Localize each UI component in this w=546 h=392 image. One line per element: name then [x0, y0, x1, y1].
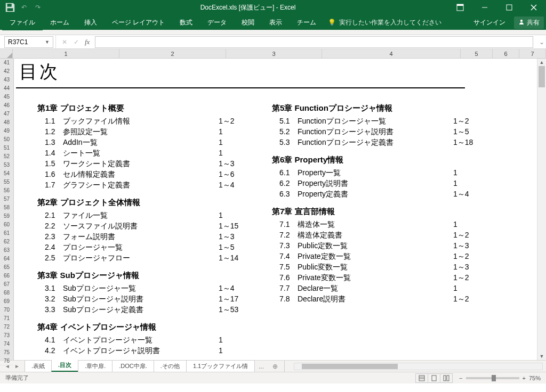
row-header[interactable]: 75	[0, 348, 13, 357]
hscroll-thumb[interactable]	[302, 364, 398, 369]
maximize-icon[interactable]	[497, 0, 521, 15]
worksheet-area: 4142434445464748495051525354555657585960…	[0, 59, 546, 360]
row-header[interactable]: 44	[0, 84, 13, 93]
tab-review[interactable]: 校閲	[234, 15, 262, 30]
tab-data[interactable]: データ	[200, 15, 234, 30]
row-header[interactable]: 45	[0, 93, 13, 101]
row-header[interactable]: 74	[0, 340, 13, 348]
row-header[interactable]: 56	[0, 186, 13, 195]
row-header[interactable]: 58	[0, 203, 13, 212]
select-all-triangle[interactable]	[0, 49, 13, 58]
row-header[interactable]: 66	[0, 272, 13, 280]
row-header[interactable]: 73	[0, 331, 13, 340]
row-header[interactable]: 72	[0, 323, 13, 331]
formula-input[interactable]	[95, 36, 533, 48]
column-header[interactable]: 5	[461, 49, 493, 58]
sheet-tab[interactable]: .DOC中扉.	[112, 360, 154, 372]
enter-icon[interactable]: ✓	[71, 38, 82, 46]
row-header[interactable]: 46	[0, 101, 13, 110]
sheet-tab[interactable]: 1.1ブックファイル情	[186, 360, 255, 372]
scroll-down-icon[interactable]: ▼	[537, 353, 546, 360]
sheet-tab[interactable]: .章中扉.	[78, 360, 113, 372]
zoom-in-icon[interactable]: +	[523, 375, 526, 381]
zoom-value[interactable]: 75%	[529, 375, 541, 381]
row-header[interactable]: 63	[0, 246, 13, 255]
zoom-out-icon[interactable]: −	[459, 375, 462, 381]
tab-file[interactable]: ファイル	[2, 15, 43, 30]
row-header[interactable]: 65	[0, 263, 13, 272]
view-page-break-icon[interactable]	[440, 373, 453, 383]
cancel-icon[interactable]: ✕	[59, 38, 70, 46]
signin-link[interactable]: サインイン	[469, 16, 510, 29]
share-button[interactable]: 共有	[514, 17, 544, 29]
row-header[interactable]: 42	[0, 67, 13, 76]
row-header[interactable]: 60	[0, 220, 13, 229]
row-header[interactable]: 43	[0, 76, 13, 84]
row-header[interactable]: 48	[0, 118, 13, 127]
undo-icon[interactable]: ↶	[18, 2, 30, 13]
toc-entry-pages: 1～5	[219, 242, 251, 252]
column-header[interactable]: 3	[226, 49, 322, 58]
vertical-scrollbar[interactable]: ▲ ▼	[537, 59, 546, 360]
chevron-down-icon[interactable]: ▼	[45, 39, 50, 45]
sheet-tab[interactable]: .目次	[51, 359, 78, 372]
row-header[interactable]: 71	[0, 314, 13, 323]
toc-entry-pages: 1～2	[453, 116, 485, 126]
new-sheet-icon[interactable]: ⊕	[268, 361, 282, 372]
close-icon[interactable]	[521, 0, 546, 15]
view-normal-icon[interactable]	[415, 373, 428, 383]
tab-home[interactable]: ホーム	[43, 15, 77, 30]
row-header[interactable]: 61	[0, 229, 13, 238]
row-header[interactable]: 51	[0, 144, 13, 152]
tab-view[interactable]: 表示	[262, 15, 290, 30]
row-header[interactable]: 68	[0, 289, 13, 297]
sheet-tabs-more[interactable]: ...	[254, 361, 268, 372]
ribbon-display-icon[interactable]	[448, 0, 472, 15]
formula-expand-icon[interactable]: ⌄	[537, 38, 546, 46]
row-header[interactable]: 69	[0, 297, 13, 306]
row-header[interactable]: 54	[0, 169, 13, 178]
tab-team[interactable]: チーム	[290, 15, 324, 30]
view-page-layout-icon[interactable]	[428, 373, 440, 383]
column-header[interactable]: 1	[13, 49, 119, 58]
row-header[interactable]: 49	[0, 127, 13, 135]
toc-entry-text: Declare一覧	[298, 283, 453, 293]
row-header[interactable]: 53	[0, 161, 13, 169]
splitter[interactable]	[284, 361, 288, 372]
column-header[interactable]: 6	[493, 49, 519, 58]
row-header[interactable]: 76	[0, 357, 13, 365]
sheet-nav-prev-icon[interactable]: ►	[13, 363, 21, 369]
row-header[interactable]: 57	[0, 195, 13, 203]
redo-icon[interactable]: ↷	[32, 2, 44, 13]
row-header[interactable]: 62	[0, 238, 13, 246]
row-header[interactable]: 67	[0, 280, 13, 289]
tab-insert[interactable]: 挿入	[77, 15, 105, 30]
tab-page-layout[interactable]: ページ レイアウト	[105, 15, 172, 30]
name-box[interactable]: R37C1 ▼	[4, 36, 53, 48]
zoom-slider[interactable]	[466, 377, 519, 379]
sheet-tab[interactable]: .その他	[154, 360, 187, 372]
row-header[interactable]: 59	[0, 212, 13, 220]
row-header[interactable]: 55	[0, 178, 13, 186]
save-icon[interactable]	[4, 2, 16, 13]
row-header[interactable]: 41	[0, 59, 13, 67]
minimize-icon[interactable]	[472, 0, 497, 15]
toc-entry-text: Private定数一覧	[298, 251, 453, 262]
cell-grid[interactable]: 目次 第1章 プロジェクト概要1.1ブックファイル情報1～21.2参照設定一覧1…	[14, 59, 546, 360]
zoom-thumb[interactable]	[492, 375, 496, 381]
row-header[interactable]: 50	[0, 135, 13, 144]
sheet-tab[interactable]: .表紙	[25, 360, 52, 372]
row-header[interactable]: 64	[0, 255, 13, 263]
horizontal-scrollbar[interactable]	[294, 363, 543, 370]
column-header[interactable]: 4	[322, 49, 461, 58]
column-header[interactable]: 7	[519, 49, 546, 58]
tell-me-search[interactable]: 💡 実行したい作業を入力してください	[328, 18, 441, 27]
fx-icon[interactable]: fx	[83, 38, 92, 46]
row-header[interactable]: 70	[0, 306, 13, 314]
tab-formulas[interactable]: 数式	[172, 15, 200, 30]
row-header[interactable]: 47	[0, 110, 13, 118]
scroll-thumb[interactable]	[539, 66, 545, 87]
column-header[interactable]: 2	[119, 49, 226, 58]
scroll-up-icon[interactable]: ▲	[537, 59, 546, 66]
row-header[interactable]: 52	[0, 152, 13, 161]
